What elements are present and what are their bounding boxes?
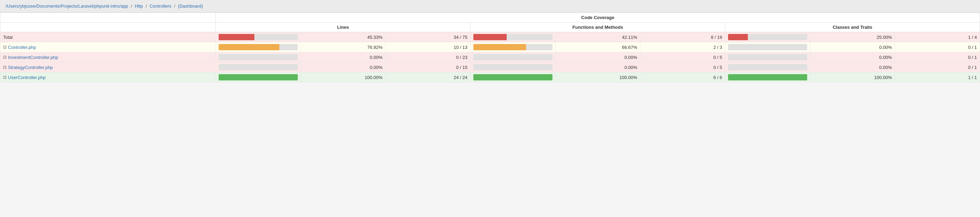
cell-fn-bar: [471, 32, 555, 42]
cell-lines-bar: [216, 62, 301, 73]
cell-name[interactable]: ⊡UserController.php: [0, 73, 216, 82]
cell-cls-pct: 100.00%: [810, 73, 895, 82]
cell-fn-frac: 8 / 19: [640, 32, 725, 42]
cell-lines-frac: 34 / 75: [385, 32, 471, 42]
cell-cls-bar: [725, 62, 810, 73]
cell-lines-bar: [216, 73, 301, 82]
cell-fn-frac: 2 / 3: [640, 42, 725, 52]
cell-fn-pct: 66.67%: [555, 42, 640, 52]
table-row: Total45.33%34 / 7542.11%8 / 1925.00%1 / …: [0, 32, 980, 42]
subheader-lines: Lines: [216, 22, 471, 32]
subheader-functions: Functions and Methods: [471, 22, 725, 32]
file-name: UserController.php: [8, 75, 45, 80]
subheader-classes: Classes and Traits: [725, 22, 980, 32]
file-icon: ⊡: [3, 65, 6, 70]
cell-cls-bar: [725, 52, 810, 62]
breadcrumb-sep-1: /: [131, 3, 133, 9]
table-row: ⊡InvestmentController.php0.00%0 / 230.00…: [0, 52, 980, 62]
cell-fn-frac: 0 / 5: [640, 52, 725, 62]
cell-cls-pct: 0.00%: [810, 52, 895, 62]
file-name: InvestmentController.php: [8, 55, 58, 60]
cell-cls-frac: 0 / 1: [895, 42, 980, 52]
cell-lines-pct: 100.00%: [301, 73, 385, 82]
cell-cls-bar: [725, 42, 810, 52]
breadcrumb-sep-2: /: [146, 3, 148, 9]
header-empty: [0, 13, 216, 22]
cell-fn-bar: [471, 52, 555, 62]
coverage-table-container: Code Coverage Lines Functions and Method…: [0, 13, 980, 82]
cell-cls-frac: 0 / 1: [895, 52, 980, 62]
cell-fn-bar: [471, 62, 555, 73]
cell-cls-bar: [725, 73, 810, 82]
cell-fn-pct: 0.00%: [555, 52, 640, 62]
breadcrumb-path-link[interactable]: /Users/ybjozee/Documents/Projects/Larave…: [6, 3, 128, 9]
cell-lines-pct: 0.00%: [301, 62, 385, 73]
cell-fn-pct: 42.11%: [555, 32, 640, 42]
file-link[interactable]: ⊡Controller.php: [3, 45, 213, 50]
subheader-empty: [0, 22, 216, 32]
cell-lines-pct: 45.33%: [301, 32, 385, 42]
table-row: ⊡Controller.php76.92%10 / 1366.67%2 / 30…: [0, 42, 980, 52]
file-icon: ⊡: [3, 55, 6, 60]
breadcrumb: /Users/ybjozee/Documents/Projects/Larave…: [0, 0, 980, 13]
cell-lines-bar: [216, 42, 301, 52]
file-name: StrategyController.php: [8, 65, 53, 70]
table-row: ⊡StrategyController.php0.00%0 / 150.00%0…: [0, 62, 980, 73]
file-link[interactable]: ⊡UserController.php: [3, 75, 213, 80]
cell-name[interactable]: ⊡Controller.php: [0, 42, 216, 52]
cell-lines-pct: 0.00%: [301, 52, 385, 62]
cell-cls-bar: [725, 32, 810, 42]
header-code-coverage: Code Coverage: [216, 13, 980, 22]
breadcrumb-current: (Dashboard): [178, 3, 203, 9]
cell-cls-pct: 25.00%: [810, 32, 895, 42]
cell-cls-frac: 1 / 1: [895, 73, 980, 82]
cell-name[interactable]: ⊡StrategyController.php: [0, 62, 216, 73]
cell-cls-frac: 0 / 1: [895, 62, 980, 73]
breadcrumb-sep-3: /: [174, 3, 176, 9]
cell-fn-bar: [471, 73, 555, 82]
file-icon: ⊡: [3, 45, 6, 49]
cell-lines-bar: [216, 52, 301, 62]
cell-lines-bar: [216, 32, 301, 42]
cell-fn-pct: 100.00%: [555, 73, 640, 82]
cell-cls-pct: 0.00%: [810, 62, 895, 73]
cell-fn-pct: 0.00%: [555, 62, 640, 73]
coverage-table: Code Coverage Lines Functions and Method…: [0, 13, 980, 82]
file-link[interactable]: ⊡StrategyController.php: [3, 65, 213, 70]
breadcrumb-controllers-link[interactable]: Controllers: [150, 3, 172, 9]
file-name: Controller.php: [8, 45, 36, 50]
cell-cls-pct: 0.00%: [810, 42, 895, 52]
cell-lines-frac: 0 / 15: [385, 62, 471, 73]
cell-lines-pct: 76.92%: [301, 42, 385, 52]
table-row: ⊡UserController.php100.00%24 / 24100.00%…: [0, 73, 980, 82]
cell-fn-frac: 6 / 6: [640, 73, 725, 82]
cell-cls-frac: 1 / 4: [895, 32, 980, 42]
cell-fn-frac: 0 / 5: [640, 62, 725, 73]
cell-lines-frac: 10 / 13: [385, 42, 471, 52]
cell-name[interactable]: ⊡InvestmentController.php: [0, 52, 216, 62]
total-label: Total: [0, 32, 216, 42]
file-icon: ⊡: [3, 75, 6, 80]
cell-lines-frac: 24 / 24: [385, 73, 471, 82]
cell-fn-bar: [471, 42, 555, 52]
cell-lines-frac: 0 / 23: [385, 52, 471, 62]
file-link[interactable]: ⊡InvestmentController.php: [3, 55, 213, 60]
breadcrumb-http-link[interactable]: Http: [135, 3, 143, 9]
